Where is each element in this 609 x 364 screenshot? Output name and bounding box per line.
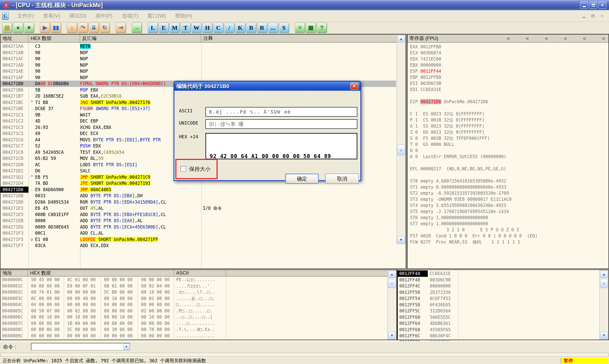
view-breakpoints-button[interactable]: B: [246, 23, 256, 33]
register-line[interactable]: EDI CC6EA31E: [407, 86, 608, 93]
stack-row[interactable]: 0012FF6845505F65: [398, 327, 599, 333]
open-file-button[interactable]: ▨: [2, 23, 12, 33]
register-line[interactable]: EBP 0012FFB8: [407, 74, 608, 80]
register-line[interactable]: ST4 empty 5.6551959988190436240e-4925: [407, 202, 608, 208]
dump-scrollbar[interactable]: ▲ ≡ ▼: [387, 270, 397, 340]
register-line[interactable]: 3 2 1 0 E S P U O Z D I: [407, 227, 608, 233]
mdi-close-button[interactable]: ×: [599, 13, 605, 19]
pane-chevron-icon[interactable]: <: [507, 36, 510, 41]
go-to-address-button[interactable]: →: [132, 23, 142, 33]
register-line[interactable]: ST5 empty -2.1768718607499545110e-1434: [407, 208, 608, 215]
dump-row[interactable]: 0040000C50 45 00 004C 01 06 0000 00 00 0…: [1, 277, 387, 283]
register-line[interactable]: [407, 172, 608, 178]
register-line[interactable]: ESI 003D6C9B: [407, 80, 608, 86]
dump-column-header-2[interactable]: ASCII: [174, 270, 226, 276]
register-line[interactable]: [407, 93, 608, 99]
disasm-row[interactable]: 004271AF 90NOP: [1, 74, 396, 81]
stack-row[interactable]: 0012FF5C312D6564: [398, 308, 599, 314]
view-patches-button[interactable]: /: [224, 23, 234, 33]
disasm-row[interactable]: 004271AC 90NOP: [1, 56, 396, 62]
register-line[interactable]: FST 4020 Cond 1 0 0 0 Err 0 0 1 0 0 0 0 …: [407, 233, 608, 239]
disasm-row[interactable]: 004271E5 008B C881E1FFADD BYTE PTR DS:[E…: [1, 211, 396, 218]
animate-into-button[interactable]: ⇊: [89, 23, 99, 33]
scroll-thumb[interactable]: ≡: [397, 145, 405, 155]
register-line[interactable]: EBX 00000000: [407, 62, 608, 68]
pane-chevron-icon[interactable]: <: [545, 36, 548, 41]
pane-chevron-icon[interactable]: <: [583, 36, 586, 41]
register-line[interactable]: EDX 7421EC00: [407, 56, 608, 62]
register-line[interactable]: S 0 FS 003B 32位 7FFDF000(FFF): [407, 135, 608, 141]
minimize-button[interactable]: [580, 2, 588, 9]
register-line[interactable]: P 1 CS 001B 32位 0(FFFFFFFF): [407, 117, 608, 123]
disasm-scrollbar[interactable]: ▲ ≡ ▼: [397, 35, 406, 244]
disasm-row[interactable]: 004271AE 90NOP: [1, 68, 396, 74]
pane-chevron-icon[interactable]: <: [526, 36, 529, 41]
command-input[interactable]: ▼: [31, 343, 130, 351]
register-line[interactable]: EFL 00000217 (NO,B,NE,BE,NS,PE,GE,G): [407, 166, 608, 172]
register-line[interactable]: ESP 0012FF44: [407, 68, 608, 74]
dump-row[interactable]: 0040005C00 50 07 0000 02 00 0000 00 00 0…: [1, 308, 387, 314]
register-line[interactable]: O 0 LastErr ERROR_SUCCESS (00000000): [407, 154, 608, 160]
scroll-up-icon[interactable]: ▲: [388, 271, 396, 278]
step-over-button[interactable]: ↷: [78, 23, 88, 33]
stack-row[interactable]: 0012FF6C6B636F4C: [398, 333, 599, 339]
ok-button[interactable]: 确定: [285, 174, 319, 184]
register-line[interactable]: A 1 SS 0023 32位 0(FFFFFFFF): [407, 123, 608, 129]
dump-column-header-1[interactable]: HEX 数据: [28, 270, 174, 276]
view-windows-button[interactable]: W: [191, 23, 202, 33]
disasm-row[interactable]: 004271D6-E9 8AD66900JMP 00AC4865: [1, 187, 396, 193]
view-run-trace-button[interactable]: ...: [268, 23, 278, 33]
disasm-row[interactable]: 004271AA C3RETN: [1, 43, 396, 50]
close-button[interactable]: ×: [598, 2, 606, 9]
menu-item-3[interactable]: 插件(P): [91, 11, 117, 21]
menu-item-5[interactable]: 窗口(W): [143, 11, 170, 21]
disasm-row[interactable]: 004271EB 0000ADD BYTE PTR DS:[EAX],AL: [1, 218, 396, 224]
dump-row[interactable]: 0040006C00 00 10 0000 10 00 0000 00 10 0…: [1, 314, 387, 320]
disasm-row[interactable]: 004271DB 0033ADD BYTE PTR DS:[EBX],DH: [1, 193, 396, 199]
help-button[interactable]: ?: [317, 23, 327, 33]
dump-row[interactable]: 0040001C00 00 00 00E0 00 0F 010B 01 00 0…: [1, 283, 387, 289]
dump-row[interactable]: 0040003C0C 00 00 0000 00 40 0000 10 00 0…: [1, 295, 387, 302]
cancel-button[interactable]: 取消: [325, 174, 359, 184]
register-line[interactable]: C 1 ES 0023 32位 0(FFFFFFFF): [407, 111, 608, 117]
disasm-row[interactable]: 004271AB 90NOP: [1, 50, 396, 56]
scroll-down-icon[interactable]: ▼: [388, 332, 396, 339]
stack-row[interactable]: 0012FF644D6B6361: [398, 320, 599, 327]
register-line[interactable]: ST7 empty 1.000000000000000000: [407, 221, 608, 227]
view-references-button[interactable]: R: [257, 23, 267, 33]
dialog-close-icon[interactable]: ✕: [350, 83, 358, 90]
maximize-button[interactable]: [589, 2, 597, 9]
scroll-down-icon[interactable]: ▼: [600, 332, 608, 339]
disasm-row[interactable]: 004271E3 E6 45OUT 45,ALI/O 命令: [1, 205, 396, 211]
menu-item-4[interactable]: 选项(T): [117, 11, 143, 21]
stack-row[interactable]: 0012FF4C00000000: [398, 283, 599, 289]
run-button[interactable]: ▶: [40, 23, 50, 33]
disasm-column-header-0[interactable]: 地址: [1, 35, 28, 42]
disasm-column-header-1[interactable]: HEX 数据: [28, 35, 80, 42]
register-line[interactable]: ST0 empty 4.6807256410165305080e-4932: [407, 178, 608, 184]
view-executables-button[interactable]: E: [159, 23, 169, 33]
dump-row[interactable]: 0040009C00 00 00 0000 00 00 0000 00 00 0…: [1, 333, 387, 339]
pane-chevron-icon[interactable]: <: [564, 36, 567, 41]
register-line[interactable]: [407, 160, 608, 166]
registers-header[interactable]: 寄存器 (FPU): [407, 35, 438, 42]
step-into-button[interactable]: ↓: [67, 23, 77, 33]
disasm-row[interactable]: 004271ED 0089 0D30E645ADD BYTE PTR DS:[E…: [1, 224, 396, 230]
scroll-thumb[interactable]: ≡: [388, 279, 396, 288]
disasm-row[interactable]: 004271DD D28A D4891534ROR BYTE PTR DS:[E…: [1, 199, 396, 205]
register-line[interactable]: Z 0 DS 0023 32位 0(FFFFFFFF): [407, 129, 608, 135]
view-log-button[interactable]: L: [148, 23, 158, 33]
close-process-button[interactable]: ×: [24, 23, 34, 33]
dump-row[interactable]: 0040002C00 7A 01 0000 00 00 005C B0 06 0…: [1, 289, 387, 295]
scroll-up-icon[interactable]: ▲: [600, 271, 608, 278]
scroll-up-icon[interactable]: ▲: [397, 35, 405, 42]
scroll-thumb[interactable]: ≡: [600, 279, 608, 288]
animate-over-button[interactable]: ↻: [100, 23, 110, 33]
disasm-row[interactable]: 004271F7 03CAADD ECX,EDX: [1, 242, 396, 249]
cpu-window-icon[interactable]: C: [2, 12, 9, 20]
dump-row[interactable]: 0040008C00 B0 06 005C 00 00 0000 30 06 0…: [1, 326, 387, 333]
stack-row[interactable]: 0012FF502D373330: [398, 289, 599, 296]
disasm-row[interactable]: 004271F5vE1 08LOOPDE SHORT UnPackMe.0042…: [1, 236, 396, 243]
stack-row[interactable]: 0012FF586F436E65: [398, 302, 599, 308]
unicode-input[interactable]: 抇¦.偐㇞亊 嚺: [205, 119, 357, 129]
